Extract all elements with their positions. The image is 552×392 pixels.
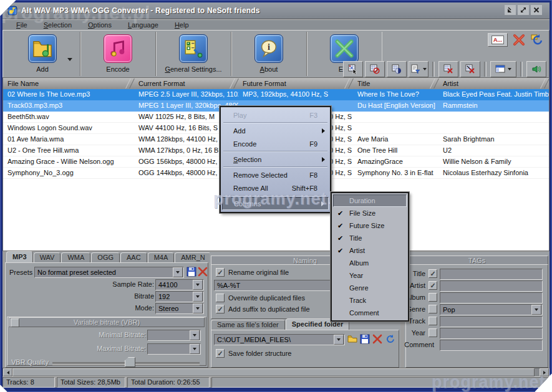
min-bitrate-combobox[interactable] (147, 330, 201, 341)
scroll-left-button[interactable] (3, 368, 12, 376)
tag-comment-field[interactable] (440, 340, 543, 351)
tab-aac[interactable]: AAC (120, 252, 147, 262)
column-header-title[interactable]: Title (353, 78, 438, 89)
tab-amr[interactable]: AMR_N (175, 252, 211, 262)
submenu-item-artist[interactable]: Artist (333, 244, 407, 257)
context-menu-remove-selected[interactable]: Remove SelectedF8 (222, 168, 329, 181)
bitrate-combobox[interactable]: 192 (155, 291, 204, 302)
preset-combobox[interactable]: No format preset selected (34, 267, 184, 278)
dropdown-button[interactable] (173, 267, 183, 277)
menu-selection[interactable]: Selection (44, 21, 72, 29)
submenu-item-track[interactable]: Track (333, 294, 407, 307)
maximize-button[interactable] (518, 5, 529, 15)
tab-mp3[interactable]: MP3 (6, 251, 33, 262)
dropdown-button[interactable] (193, 280, 203, 290)
tag-year-checkbox[interactable] (429, 328, 437, 337)
tag-artist-checkbox[interactable] (429, 281, 437, 290)
minimize-button[interactable] (505, 5, 516, 15)
invert-selection-button[interactable] (387, 61, 407, 77)
tag-album-checkbox[interactable] (429, 293, 437, 302)
submenu-item-year[interactable]: Year (333, 269, 407, 282)
submenu-item-album[interactable]: Album (333, 257, 407, 269)
dropdown-button[interactable] (190, 330, 200, 340)
submenu-item-duration[interactable]: Duration (333, 194, 407, 207)
vbr-quality-slider-handle[interactable] (125, 357, 135, 367)
table-row[interactable]: 02 Where Is The Love.mp3MPEG 2.5 Layer I… (3, 89, 549, 100)
tag-artist-field[interactable] (440, 280, 543, 292)
rename-format-button[interactable]: A... (488, 33, 508, 47)
scrollbar-thumb[interactable] (12, 368, 535, 376)
save-structure-checkbox[interactable] (216, 349, 225, 358)
context-menu-remove-all[interactable]: Remove AllShift+F8 (222, 181, 329, 194)
tag-title-checkbox[interactable] (429, 269, 437, 278)
add-dropdown-icon[interactable] (67, 58, 72, 61)
view-dropdown-icon[interactable] (508, 68, 511, 70)
mode-combobox[interactable]: Stereo (155, 303, 204, 314)
vbr-checkbox[interactable] (11, 318, 19, 327)
tag-album-field[interactable] (440, 292, 543, 304)
column-header-current-format[interactable]: Current Format (134, 78, 238, 89)
context-menu-encode[interactable]: EncodeF9 (222, 137, 329, 150)
volume-button[interactable] (526, 61, 546, 77)
menu-help[interactable]: Help (175, 21, 189, 29)
column-header-file-name[interactable]: File Name (3, 78, 134, 89)
menu-file[interactable]: File (16, 21, 27, 29)
delete-icon[interactable] (513, 34, 525, 46)
refresh-icon[interactable] (530, 34, 543, 46)
view-layout-button[interactable] (490, 61, 516, 77)
encode-button[interactable]: Encode (80, 32, 156, 76)
tag-year-field[interactable] (440, 328, 543, 339)
close-button[interactable] (531, 5, 542, 15)
dropdown-button[interactable] (531, 305, 541, 315)
menu-options[interactable]: Options (88, 21, 112, 29)
tab-ogg[interactable]: OGG (91, 252, 120, 262)
filter-dropdown-icon[interactable] (423, 68, 427, 70)
delete-path-icon[interactable] (372, 334, 382, 344)
column-header-artist[interactable]: Artist (438, 78, 549, 89)
max-bitrate-combobox[interactable] (147, 343, 201, 355)
tag-title-field[interactable] (440, 269, 543, 280)
about-button[interactable]: i About (231, 32, 307, 76)
scroll-right-button[interactable] (540, 368, 549, 376)
remove-all-button[interactable] (460, 61, 480, 77)
unselect-all-button[interactable] (365, 61, 385, 77)
submenu-item-file-size[interactable]: File Size (333, 207, 407, 219)
refresh-path-icon[interactable] (385, 334, 395, 344)
context-menu-add[interactable]: Add (222, 124, 329, 137)
save-preset-icon[interactable] (186, 267, 196, 277)
sample-rate-combobox[interactable]: 44100 (155, 279, 204, 290)
rename-original-checkbox[interactable] (216, 268, 225, 277)
title-bar[interactable]: Alt WAV MP3 WMA OGG Converter - Register… (2, 2, 550, 19)
submenu-item-comment[interactable]: Comment (333, 307, 407, 319)
select-all-button[interactable] (343, 61, 363, 77)
submenu-item-title[interactable]: Title (333, 232, 407, 244)
browse-folder-icon[interactable] (347, 334, 357, 344)
dropdown-button[interactable] (190, 344, 200, 354)
add-button[interactable]: Add (5, 32, 80, 76)
overwrite-checkbox[interactable] (216, 294, 225, 302)
tab-m4a[interactable]: M4A (148, 252, 175, 262)
dropdown-button[interactable] (193, 292, 203, 302)
context-menu-columns[interactable]: Columns (222, 197, 329, 210)
dropdown-button[interactable] (334, 335, 344, 345)
dropdown-button[interactable] (193, 304, 203, 313)
general-settings-button[interactable]: General Settings... (156, 32, 231, 76)
submenu-item-genre[interactable]: Genre (333, 282, 407, 294)
horizontal-scrollbar[interactable] (2, 368, 550, 377)
tab-wma[interactable]: WMA (61, 252, 90, 262)
tag-track-field[interactable] (440, 316, 543, 327)
tag-track-checkbox[interactable] (429, 317, 437, 325)
remove-selected-button[interactable] (438, 61, 458, 77)
submenu-item-future-size[interactable]: Future Size (333, 219, 407, 232)
output-path-combobox[interactable]: C:\OUT_MEDIA_FILES\ (214, 334, 345, 345)
tab-same-folder[interactable]: Same as file's folder (211, 320, 285, 330)
delete-preset-icon[interactable] (198, 267, 208, 277)
tab-wav[interactable]: WAV (34, 252, 61, 262)
add-suffix-checkbox[interactable] (216, 305, 225, 313)
filter-button[interactable] (409, 61, 429, 77)
menu-language[interactable]: Language (128, 21, 158, 29)
save-path-icon[interactable] (360, 334, 370, 344)
tag-genre-combobox[interactable]: Pop (440, 304, 543, 315)
context-menu-selection[interactable]: Selection (222, 153, 329, 166)
column-header-future-format[interactable]: Future Format (238, 78, 353, 89)
